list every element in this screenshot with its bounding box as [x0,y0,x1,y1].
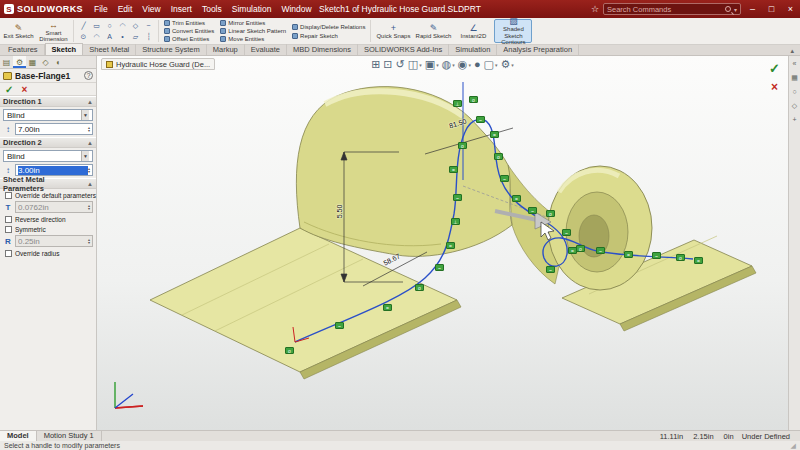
view-settings-icon[interactable]: ⚙▾ [500,58,513,71]
edit-appearance-icon[interactable]: ● [474,58,481,71]
file-explorer-icon[interactable]: ○ [792,88,796,96]
minimize-button[interactable]: – [745,2,760,16]
zoom-area-icon[interactable]: ⊡ [383,58,392,71]
dimxpertmanager-tab[interactable]: ◇ [39,56,52,68]
fillet-icon[interactable]: ◠ [90,31,103,42]
override-params-checkbox[interactable] [5,192,12,199]
tab-solidworks-add-ins[interactable]: SOLIDWORKS Add-Ins [358,44,449,55]
sketch-relation-badge[interactable]: o [676,254,685,261]
plane-icon[interactable]: ▱ [129,31,142,42]
design-library-icon[interactable]: ▦ [791,74,798,82]
spinner-icon[interactable]: ▴▾ [88,126,90,133]
sketch-relation-badge[interactable]: o [546,210,555,217]
tab-simulation[interactable]: Simulation [449,44,497,55]
collapse-icon[interactable]: ▲ [87,140,93,146]
search-commands-input[interactable]: Search Commands ▾ [603,3,741,15]
ribbon-instant2d[interactable]: ∠Instant2D [454,19,492,43]
search-icon[interactable] [725,6,731,12]
symmetric-checkbox[interactable] [5,226,12,233]
menu-file[interactable]: File [89,0,113,18]
sketch-relation-badge[interactable]: = [694,257,703,264]
sketch-relation-badge[interactable]: ~ [596,247,605,254]
sketch-relation-badge[interactable]: ~ [476,116,485,123]
chevron-down-icon[interactable]: ▼ [81,151,89,161]
ribbon-mirror-entities[interactable]: Mirror Entities [218,19,288,26]
reverse-direction-checkbox[interactable] [5,216,12,223]
menu-edit[interactable]: Edit [113,0,138,18]
menu-insert[interactable]: Insert [166,0,197,18]
chevron-down-icon[interactable]: ▾ [436,62,439,68]
ellipse-icon[interactable]: ⊙ [77,31,90,42]
arc-icon[interactable]: ◠ [116,20,129,31]
chevron-down-icon[interactable]: ▾ [452,62,455,68]
favorites-star-icon[interactable]: ☆ [591,4,599,14]
document-viewport-tab[interactable]: Hydraulic Hose Guard (De... [101,58,215,70]
model-canvas[interactable] [97,56,788,430]
chevron-down-icon[interactable]: ▼ [81,110,89,120]
sketch-relation-badge[interactable]: o [285,347,294,354]
accept-button[interactable]: ✓ [5,84,13,95]
ribbon-trim-entities[interactable]: Trim Entities [162,19,216,26]
sketch-relation-badge[interactable]: ~ [652,252,661,259]
sketch-relation-badge[interactable]: o [469,96,478,103]
sketch-relation-badge[interactable]: = [383,304,392,311]
ribbon-shaded-sketch-contours[interactable]: ▨Shaded Sketch Contours [494,19,532,43]
ribbon-offset-entities[interactable]: Offset Entities [162,36,216,43]
collapse-icon[interactable]: ▲ [87,99,93,105]
sketch-relation-badge[interactable]: o [576,245,585,252]
featuremanager-tab[interactable]: ▤ [0,56,13,68]
sheet-metal-header[interactable]: Sheet Metal Parameters ▲ [0,178,96,189]
tab-analysis-preparation[interactable]: Analysis Preparation [497,44,579,55]
ribbon-convert-entities[interactable]: Convert Entities [162,27,216,34]
apply-scene-icon[interactable]: ▢▾ [484,58,498,71]
chevron-down-icon[interactable]: ▾ [511,62,514,68]
ribbon-pin-icon[interactable]: ▴ [790,47,800,55]
exit-sketch-button[interactable]: ✎ Exit Sketch [2,19,35,43]
sketch-relation-badge[interactable]: = [624,251,633,258]
tab-markup[interactable]: Markup [207,44,245,55]
confirm-cancel-button[interactable]: × [771,80,778,94]
spinner-icon[interactable]: ▴▾ [88,167,90,174]
sketch-relation-badge[interactable]: ⊥ [451,218,460,225]
sketch-relation-badge[interactable]: = [449,166,458,173]
spline-icon[interactable]: ~ [142,20,155,31]
maximize-button[interactable]: □ [764,2,779,16]
menu-view[interactable]: View [137,0,165,18]
sketch-relation-badge[interactable]: o [494,153,503,160]
cancel-feature-button[interactable]: × [21,84,27,95]
ribbon-quick-snaps[interactable]: +Quick Snaps [374,19,412,43]
chevron-down-icon[interactable]: ▾ [419,62,422,68]
direction1-depth-field[interactable]: 7.00in ▴▾ [15,123,93,135]
construction-line-icon[interactable]: ┆ [142,31,155,42]
spinner-icon[interactable]: ▴▾ [88,204,90,211]
previous-view-icon[interactable]: ↺ [396,58,405,71]
thickness-field[interactable]: 0.0762in ▴▾ [15,201,93,213]
bend-radius-field[interactable]: 0.25in ▴▾ [15,235,93,247]
tab-sheet-metal[interactable]: Sheet Metal [83,44,136,55]
sketch-relation-badge[interactable]: = [490,131,499,138]
direction2-header[interactable]: Direction 2 ▲ [0,137,96,148]
text-icon[interactable]: A [103,31,116,42]
ribbon-repair-sketch[interactable]: Repair Sketch [290,32,367,40]
polygon-icon[interactable]: ◇ [129,20,142,31]
sketch-relation-badge[interactable]: ~ [453,194,462,201]
sketch-dimension[interactable]: 5.50 [336,205,343,219]
sketch-relation-badge[interactable]: ~ [435,264,444,271]
confirm-ok-button[interactable]: ✓ [769,61,780,76]
spinner-icon[interactable]: ▴▾ [88,238,90,245]
zoom-fit-icon[interactable]: ⊞ [371,58,380,71]
collapse-icon[interactable]: ▲ [87,181,93,187]
ribbon-linear-sketch-pattern[interactable]: Linear Sketch Pattern [218,27,288,34]
ribbon-move-entities[interactable]: Move Entities [218,36,288,43]
chevron-down-icon[interactable]: ▾ [495,62,498,68]
view-orientation-icon[interactable]: ▣▾ [425,58,439,71]
appearances-icon[interactable]: ◇ [792,102,797,110]
direction1-header[interactable]: Direction 1 ▲ [0,96,96,107]
menu-simulation[interactable]: Simulation [227,0,277,18]
sketch-relation-badge[interactable]: ~ [335,322,344,329]
line-icon[interactable]: ╱ [77,20,90,31]
ribbon-rapid-sketch[interactable]: ✎Rapid Sketch [414,19,452,43]
sketch-relation-badge[interactable]: = [512,195,521,202]
sketch-relation-badge[interactable]: = [446,242,455,249]
override-radius-checkbox[interactable] [5,250,12,257]
